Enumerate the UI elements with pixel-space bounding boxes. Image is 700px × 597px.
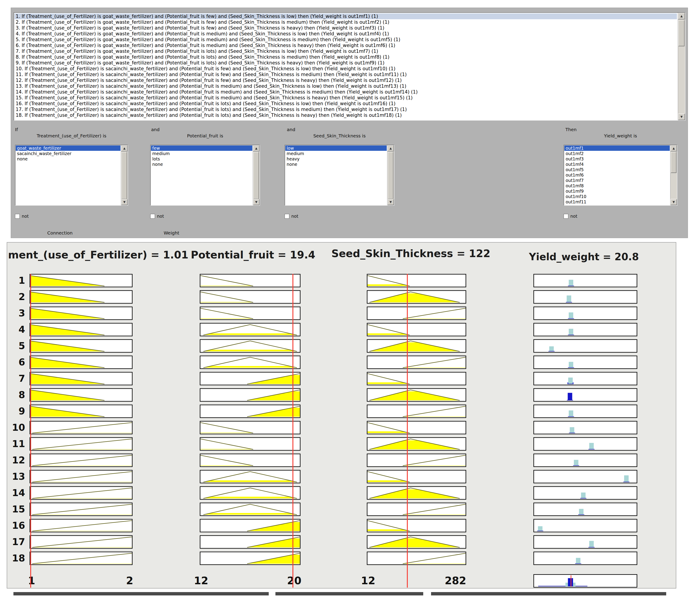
input-mf-plot-treatment-11[interactable]	[29, 437, 132, 451]
input-mf-plot-fruit-11[interactable]	[200, 437, 301, 451]
listbox-item-skin-none[interactable]: none	[285, 161, 387, 167]
input-mf-plot-skin-18[interactable]	[367, 551, 466, 565]
scroll-up-button[interactable]: ▲	[671, 145, 677, 152]
output-mf-plot-9[interactable]	[533, 405, 637, 418]
listbox-item-treatment-goat_waste_fertilizer[interactable]: goat_waste_fertilizer	[16, 146, 121, 151]
listbox-item-yield-out1mf11[interactable]: out1mf11	[564, 199, 670, 205]
input-mf-plot-treatment-2[interactable]	[29, 290, 132, 304]
rule-item-8[interactable]: 8. If (Treatment_(use_of_Fertilizer) is …	[15, 54, 677, 60]
input-value-line-treatment[interactable]	[30, 274, 31, 588]
input-mf-plot-skin-14[interactable]	[367, 486, 466, 500]
listbox-item-yield-out1mf1[interactable]: out1mf1	[564, 146, 670, 151]
output-mf-plot-6[interactable]	[533, 356, 637, 369]
input-mf-plot-treatment-3[interactable]	[29, 307, 132, 320]
rule-item-17[interactable]: 17. If (Treatment_(use_of_Fertilizer) is…	[15, 106, 677, 112]
input-mf-plot-treatment-18[interactable]	[29, 551, 132, 565]
input-mf-plot-fruit-18[interactable]	[200, 551, 301, 565]
input-mf-plot-fruit-6[interactable]	[200, 356, 301, 369]
listbox-item-yield-out1mf8[interactable]: out1mf8	[564, 183, 670, 188]
scroll-up-button[interactable]: ▲	[388, 145, 394, 152]
output-mf-plot-14[interactable]	[533, 486, 637, 500]
input-mf-plot-fruit-9[interactable]	[200, 405, 301, 418]
input-mf-plot-treatment-5[interactable]	[29, 339, 132, 353]
input-mf-plot-fruit-15[interactable]	[200, 502, 301, 516]
input-mf-plot-skin-3[interactable]	[367, 307, 466, 320]
input-mf-plot-fruit-13[interactable]	[200, 470, 301, 483]
rules-listbox[interactable]: 1. If (Treatment_(use_of_Fertilizer) is …	[14, 12, 685, 121]
listbox-item-yield-out1mf6[interactable]: out1mf6	[564, 172, 670, 178]
output-mf-plot-2[interactable]	[533, 290, 637, 304]
scrollbar-thumb[interactable]	[671, 152, 676, 173]
scrollbar-thumb[interactable]	[253, 152, 259, 199]
listbox-scrollbar[interactable]: ▲▼	[253, 145, 259, 205]
listbox-item-treatment-none[interactable]: none	[16, 156, 121, 161]
rule-item-7[interactable]: 7. If (Treatment_(use_of_Fertilizer) is …	[15, 48, 677, 54]
rule-item-15[interactable]: 15. If (Treatment_(use_of_Fertilizer) is…	[15, 95, 677, 101]
rule-item-11[interactable]: 11. If (Treatment_(use_of_Fertilizer) is…	[15, 72, 677, 77]
input-mf-plot-skin-6[interactable]	[367, 356, 466, 369]
input-mf-plot-treatment-14[interactable]	[29, 486, 132, 500]
rule-item-18[interactable]: 18. If (Treatment_(use_of_Fertilizer) is…	[15, 112, 677, 118]
rule-item-9[interactable]: 9. If (Treatment_(use_of_Fertilizer) is …	[15, 60, 677, 66]
input-mf-plot-treatment-13[interactable]	[29, 470, 132, 483]
listbox-item-yield-out1mf5[interactable]: out1mf5	[564, 167, 670, 172]
input-mf-plot-skin-15[interactable]	[367, 502, 466, 516]
input-mf-plot-treatment-16[interactable]	[29, 519, 132, 532]
rule-item-5[interactable]: 5. If (Treatment_(use_of_Fertilizer) is …	[15, 37, 677, 43]
listbox-item-fruit-few[interactable]: few	[151, 146, 252, 151]
scroll-down-button[interactable]: ▼	[388, 199, 394, 205]
output-mf-plot-11[interactable]	[533, 437, 637, 451]
rule-item-3[interactable]: 3. If (Treatment_(use_of_Fertilizer) is …	[15, 25, 677, 31]
input-value-line-skin[interactable]	[407, 274, 408, 588]
output-mf-plot-1[interactable]	[533, 274, 637, 287]
input-mf-plot-skin-2[interactable]	[367, 290, 466, 304]
scroll-down-button[interactable]: ▼	[671, 199, 677, 205]
input-mf-plot-skin-10[interactable]	[367, 421, 466, 434]
listbox-item-yield-out1mf9[interactable]: out1mf9	[564, 188, 670, 194]
input-mf-plot-skin-7[interactable]	[367, 372, 466, 385]
input-mf-plot-fruit-1[interactable]	[200, 274, 301, 287]
listbox-item-yield-out1mf10[interactable]: out1mf10	[564, 194, 670, 199]
input-mf-plot-skin-12[interactable]	[367, 453, 466, 467]
scroll-down-button[interactable]: ▼	[253, 199, 259, 205]
output-mf-plot-16[interactable]	[533, 519, 637, 532]
output-mf-plot-13[interactable]	[533, 470, 637, 483]
not-checkbox-fruit[interactable]	[150, 214, 155, 218]
listbox-item-skin-heavy[interactable]: heavy	[285, 156, 387, 161]
listbox-item-skin-low[interactable]: low	[285, 146, 387, 151]
output-mf-plot-3[interactable]	[533, 307, 637, 320]
rule-item-12[interactable]: 12. If (Treatment_(use_of_Fertilizer) is…	[15, 77, 677, 83]
output-mf-plot-5[interactable]	[533, 339, 637, 353]
output-mf-plot-4[interactable]	[533, 323, 637, 336]
output-mf-plot-12[interactable]	[533, 453, 637, 467]
listbox-scrollbar[interactable]: ▲▼	[670, 145, 677, 205]
scroll-up-button[interactable]: ▲	[121, 145, 128, 152]
rule-item-6[interactable]: 6. If (Treatment_(use_of_Fertilizer) is …	[15, 43, 677, 48]
input-mf-plot-treatment-6[interactable]	[29, 356, 132, 369]
scrollbar-thumb[interactable]	[388, 152, 394, 199]
input-mf-plot-fruit-2[interactable]	[200, 290, 301, 304]
scrollbar-thumb[interactable]	[121, 152, 127, 199]
input-mf-plot-treatment-17[interactable]	[29, 535, 132, 549]
rule-item-2[interactable]: 2. If (Treatment_(use_of_Fertilizer) is …	[15, 19, 677, 25]
listbox-scrollbar[interactable]: ▲▼	[387, 145, 394, 205]
rule-item-10[interactable]: 10. If (Treatment_(use_of_Fertilizer) is…	[15, 66, 677, 72]
input-mf-plot-skin-8[interactable]	[367, 388, 466, 401]
rule-item-16[interactable]: 16. If (Treatment_(use_of_Fertilizer) is…	[15, 101, 677, 106]
listbox-item-yield-out1mf7[interactable]: out1mf7	[564, 178, 670, 183]
aggregate-output-plot[interactable]	[533, 574, 637, 588]
scroll-down-button[interactable]: ▼	[121, 199, 128, 205]
input-mf-plot-skin-17[interactable]	[367, 535, 466, 549]
listbox-item-yield-out1mf4[interactable]: out1mf4	[564, 161, 670, 167]
input-value-line-fruit[interactable]	[293, 274, 293, 588]
input-mf-plot-treatment-10[interactable]	[29, 421, 132, 434]
input-mf-plot-fruit-10[interactable]	[200, 421, 301, 434]
input-mf-plot-skin-9[interactable]	[367, 405, 466, 418]
listbox-item-fruit-medium[interactable]: medium	[151, 151, 252, 156]
input-mf-plot-fruit-3[interactable]	[200, 307, 301, 320]
output-mf-plot-18[interactable]	[533, 551, 637, 565]
listbox-item-yield-out1mf3[interactable]: out1mf3	[564, 156, 670, 161]
input-mf-plot-treatment-7[interactable]	[29, 372, 132, 385]
input-mf-plot-skin-1[interactable]	[367, 274, 466, 287]
listbox-item-treatment-sacainchi_waste_fertilizer[interactable]: sacainchi_waste_fertilizer	[16, 151, 121, 156]
